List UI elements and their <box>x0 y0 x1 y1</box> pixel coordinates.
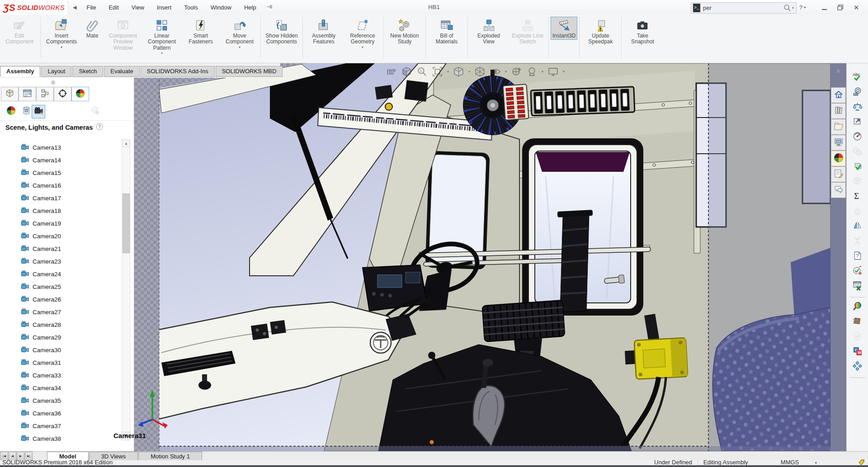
ribbon-button-new-motion-study[interactable]: New Motion Study <box>386 17 424 46</box>
ribbon-button-reference-geometry[interactable]: Reference Geometry ▾ <box>344 17 382 50</box>
ribbon-button-exploded-view[interactable]: Exploded View <box>470 17 508 46</box>
camera-item-camera26[interactable]: Camera26 <box>0 293 122 306</box>
tool-edrawings[interactable] <box>851 360 864 373</box>
camera-item-camera34[interactable]: Camera34 <box>0 382 122 394</box>
ribbon-button-mate[interactable]: Mate <box>81 17 103 40</box>
task-pane-tab-custom-properties[interactable] <box>831 166 846 182</box>
menu-window[interactable]: Window <box>205 2 237 13</box>
camera-item-camera17[interactable]: Camera17 <box>0 192 122 204</box>
task-pane-tab-view-palette[interactable] <box>831 135 846 151</box>
tool-compare-documents[interactable] <box>851 264 864 278</box>
search-box[interactable]: >_ ▾ <box>691 2 797 14</box>
dropdown-caret-icon[interactable]: ▾ <box>61 46 62 49</box>
camera-item-camera15[interactable]: Camera15 <box>0 166 122 179</box>
ribbon-button-show-hidden-components[interactable]: Show Hidden Components <box>263 17 301 46</box>
ribbon-button-insert-components[interactable]: Insert Components ▾ <box>42 17 80 50</box>
task-pane-tab-file-explorer[interactable] <box>831 119 846 135</box>
tool-mirror-components[interactable] <box>851 220 864 233</box>
camera-item-camera19[interactable]: Camera19 <box>0 217 122 230</box>
hud-dropdown-caret[interactable]: ▾ <box>468 70 470 74</box>
hud-zoom-fit-icon[interactable] <box>432 66 443 77</box>
search-icon[interactable]: ▾ <box>783 4 796 12</box>
camera-item-camera31[interactable]: Camera31 <box>0 356 122 369</box>
graphics-viewport[interactable]: A▾▾▾▾▾ <box>134 63 830 451</box>
tool-driveworks[interactable]: DW <box>851 345 864 359</box>
hud-apply-scene-icon[interactable] <box>526 66 538 77</box>
menu-file[interactable]: File <box>81 2 101 13</box>
ribbon-button-move-component[interactable]: Move Component ▾ <box>221 17 259 50</box>
ribbon-button-bill-of-materials[interactable]: Bill of Materials <box>428 17 466 46</box>
camera-item-camera16[interactable]: Camera16 <box>0 179 122 192</box>
task-pane-close-icon[interactable]: ✕ <box>836 68 841 75</box>
menu-tools[interactable]: Tools <box>179 2 203 13</box>
camera-item-camera24[interactable]: Camera24 <box>0 268 122 280</box>
cab-interior-scene[interactable] <box>134 63 830 451</box>
manager-tab-property-manager[interactable] <box>19 87 36 101</box>
dropdown-caret-icon[interactable]: ▾ <box>161 52 163 55</box>
camera-item-camera13[interactable]: Camera13 <box>0 141 122 154</box>
display-tool-appearances[interactable] <box>5 105 17 118</box>
ribbon-button-assembly-features[interactable]: Assembly Features <box>305 17 343 46</box>
doc-tab-motion-study-1[interactable]: Motion Study 1 <box>138 452 202 461</box>
tool-section-properties[interactable] <box>851 115 864 129</box>
panel-grip-handle[interactable] <box>51 80 55 85</box>
panel-help-icon[interactable]: ? <box>96 123 103 130</box>
hud-dropdown-caret[interactable]: ▾ <box>542 70 543 74</box>
tool-check-entity[interactable] <box>851 160 864 174</box>
camera-item-camera27[interactable]: Camera27 <box>0 306 122 318</box>
hud-section-view-icon[interactable] <box>401 66 412 77</box>
manager-tab-dimxpert-manager[interactable] <box>54 87 71 101</box>
display-tool-contours[interactable] <box>89 105 101 118</box>
toggle-switch-panel[interactable] <box>531 87 635 116</box>
manager-tab-configuration-manager[interactable] <box>36 87 54 101</box>
minimize-button[interactable] <box>822 0 827 15</box>
hud-dropdown-caret[interactable]: ▾ <box>447 70 449 74</box>
restore-button[interactable] <box>837 0 844 15</box>
tool-rendering[interactable] <box>851 300 864 314</box>
camera-item-camera18[interactable]: Camera18 <box>0 204 122 217</box>
camera-item-camera30[interactable]: Camera30 <box>0 344 122 356</box>
camera-item-camera33[interactable]: Camera33 <box>0 369 122 382</box>
hud-view-settings-icon[interactable] <box>547 66 559 77</box>
door-window-glass[interactable] <box>429 155 486 266</box>
task-pane-tab-home[interactable] <box>831 87 846 103</box>
hud-zoom-prev-icon[interactable] <box>386 66 397 77</box>
display-tool-decals[interactable] <box>20 105 33 118</box>
menu-view[interactable]: View <box>126 2 150 13</box>
hud-edit-appearance-icon[interactable] <box>511 66 522 77</box>
tab-evaluate[interactable]: Evaluate <box>104 66 140 77</box>
manager-tab-feature-manager[interactable] <box>1 87 19 101</box>
hud-view-orientation-icon[interactable] <box>453 66 464 77</box>
hud-zoom-area-icon[interactable]: A <box>416 66 428 77</box>
hud-hide-show-items-icon[interactable] <box>490 66 501 77</box>
tool-design-binder[interactable]: ? <box>851 250 864 263</box>
help-button[interactable]: ? ▾ <box>799 0 806 15</box>
ribbon-button-linear-component-pattern[interactable]: Linear Component Pattern ▾ <box>143 17 181 56</box>
camera-item-camera35[interactable]: Camera35 <box>0 394 122 407</box>
camera-item-camera28[interactable]: Camera28 <box>0 318 122 331</box>
hud-display-style-icon[interactable] <box>474 66 486 77</box>
tab-assembly[interactable]: Assembly <box>0 66 40 77</box>
close-button[interactable]: ✕ <box>854 0 859 15</box>
scrollbar-thumb[interactable] <box>123 193 130 253</box>
tool-measure[interactable] <box>851 85 864 99</box>
display-tool-scene-lights-cameras[interactable] <box>32 105 45 118</box>
ribbon-button-smart-fasteners[interactable]: Smart Fasteners <box>182 17 220 46</box>
tab-solidworks-mbd[interactable]: SOLIDWORKS MBD <box>216 66 283 77</box>
scrollbar-track[interactable] <box>122 147 131 433</box>
ribbon-button-instant3d[interactable]: Instant3D <box>551 17 577 40</box>
search-commands-icon[interactable]: >_ <box>693 4 700 12</box>
menu-insert[interactable]: Insert <box>151 2 177 13</box>
task-pane-tab-forum[interactable] <box>831 182 846 198</box>
tool-mass-properties[interactable] <box>851 100 864 114</box>
camera-item-camera21[interactable]: Camera21 <box>0 242 122 255</box>
ribbon-button-take-snapshot[interactable]: Take Snapshot <box>623 17 661 46</box>
tab-solidworks-add-ins[interactable]: SOLIDWORKS Add-Ins <box>141 66 215 77</box>
hud-dropdown-caret[interactable]: ▾ <box>563 70 565 74</box>
red-switch-panel[interactable] <box>503 84 528 120</box>
ribbon-button-update-speedpak[interactable]: Update Speedpak <box>581 17 619 46</box>
dropdown-caret-icon[interactable]: ▾ <box>362 46 363 49</box>
manager-tab-display-manager[interactable] <box>71 87 89 101</box>
camera-item-camera25[interactable]: Camera25 <box>0 280 122 293</box>
camera-item-camera20[interactable]: Camera20 <box>0 230 122 242</box>
